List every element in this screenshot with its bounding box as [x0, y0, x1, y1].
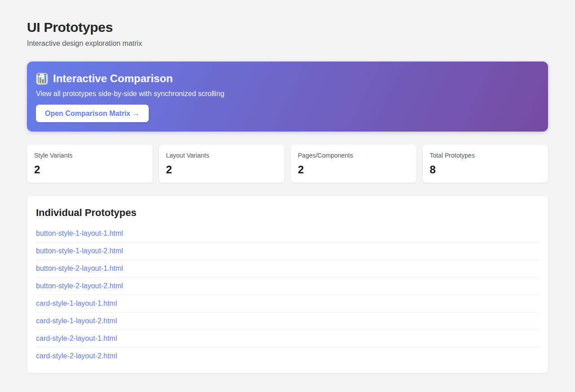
prototype-link[interactable]: button-style-1-layout-1.html [36, 229, 123, 237]
list-item: card-style-2-layout-1.html [36, 330, 539, 348]
stat-label: Layout Variants [166, 151, 278, 159]
list-item: card-style-1-layout-2.html [36, 313, 539, 330]
prototype-link[interactable]: button-style-2-layout-1.html [36, 264, 123, 272]
stat-card-style-variants: Style Variants 2 [27, 145, 153, 183]
page-subtitle: Interactive design exploration matrix [27, 40, 548, 48]
banner-description: View all prototypes side-by-side with sy… [36, 89, 539, 99]
stat-value: 8 [430, 163, 541, 176]
stat-value: 2 [298, 163, 409, 176]
prototype-link[interactable]: card-style-1-layout-2.html [36, 317, 117, 325]
stat-value: 2 [166, 163, 278, 176]
stat-card-total-prototypes: Total Prototypes 8 [423, 145, 548, 183]
stats-row: Style Variants 2 Layout Variants 2 Pages… [27, 145, 548, 183]
comparison-banner: Interactive Comparison View all prototyp… [27, 62, 548, 132]
stat-label: Style Variants [34, 151, 146, 159]
prototype-link[interactable]: button-style-2-layout-2.html [36, 282, 123, 290]
banner-title-text: Interactive Comparison [53, 71, 173, 86]
page-container: UI Prototypes Interactive design explora… [27, 0, 548, 373]
prototype-list: button-style-1-layout-1.html button-styl… [36, 225, 539, 365]
list-item: card-style-2-layout-2.html [36, 348, 539, 365]
prototype-link[interactable]: card-style-2-layout-1.html [36, 335, 117, 342]
stat-label: Pages/Components [298, 151, 409, 159]
bar-chart-icon [36, 73, 48, 85]
prototype-link[interactable]: button-style-1-layout-2.html [36, 247, 123, 255]
list-item: button-style-2-layout-2.html [36, 277, 539, 295]
stat-card-layout-variants: Layout Variants 2 [159, 145, 285, 183]
list-item: button-style-1-layout-2.html [36, 242, 539, 260]
prototype-link[interactable]: card-style-2-layout-2.html [36, 352, 117, 360]
individual-prototypes-heading: Individual Prototypes [36, 207, 539, 219]
list-item: card-style-1-layout-1.html [36, 295, 539, 313]
list-item: button-style-1-layout-1.html [36, 225, 539, 242]
stat-value: 2 [34, 163, 146, 176]
open-comparison-button[interactable]: Open Comparison Matrix → [36, 105, 149, 122]
stat-card-pages-components: Pages/Components 2 [291, 145, 416, 183]
individual-prototypes-card: Individual Prototypes button-style-1-lay… [27, 196, 548, 373]
page-title: UI Prototypes [27, 20, 548, 35]
prototype-link[interactable]: card-style-1-layout-1.html [36, 300, 117, 307]
list-item: button-style-2-layout-1.html [36, 260, 539, 277]
stat-label: Total Prototypes [430, 151, 541, 159]
banner-title: Interactive Comparison [36, 71, 539, 86]
